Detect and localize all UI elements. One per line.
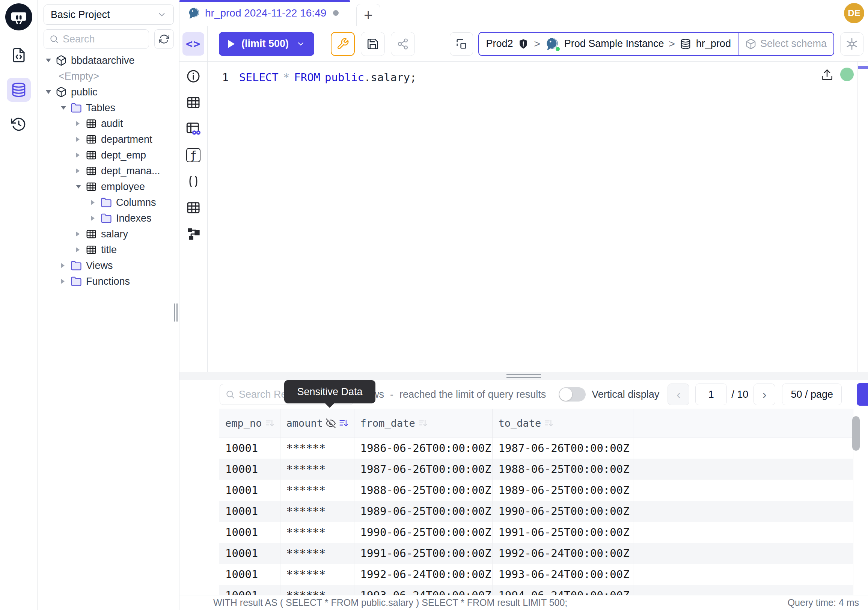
- cell-amount-masked[interactable]: ******: [280, 501, 354, 522]
- cell-amount-masked[interactable]: ******: [280, 480, 354, 501]
- cell-from-date[interactable]: 1990-06-25T00:00:00Z: [354, 522, 492, 543]
- project-select[interactable]: Basic Project: [43, 5, 174, 25]
- table-row[interactable]: 10001 ****** 1991-06-25T00:00:00Z 1992-0…: [219, 543, 853, 564]
- table-panel-icon[interactable]: [185, 199, 202, 216]
- masked-table-icon[interactable]: [185, 120, 202, 138]
- rail-history-button[interactable]: [7, 112, 31, 137]
- table-row[interactable]: 10001 ****** 1987-06-26T00:00:00Z 1988-0…: [219, 459, 853, 480]
- cell-from-date[interactable]: 1988-06-25T00:00:00Z: [354, 480, 492, 501]
- panel-resize-handle[interactable]: [180, 372, 868, 380]
- cell-emp-no[interactable]: 10001: [219, 522, 280, 543]
- table-row[interactable]: 10001 ****** 1989-06-25T00:00:00Z 1990-0…: [219, 501, 853, 522]
- tree-item[interactable]: <Empty>: [37, 68, 179, 84]
- cell-from-date[interactable]: 1992-06-24T00:00:00Z: [354, 564, 492, 585]
- schema-diagram-icon[interactable]: [185, 225, 202, 243]
- tree-item[interactable]: Functions: [37, 273, 179, 289]
- refresh-schema-button[interactable]: [154, 29, 174, 49]
- cell-amount-masked[interactable]: ******: [280, 459, 354, 480]
- upload-icon[interactable]: [821, 68, 834, 81]
- vertical-display-toggle[interactable]: [559, 387, 586, 402]
- next-page-button[interactable]: ›: [753, 383, 775, 405]
- new-tab-button[interactable]: +: [356, 4, 380, 26]
- share-button[interactable]: [391, 32, 415, 56]
- page-size-select[interactable]: 50 / page: [782, 383, 842, 405]
- cell-to-date[interactable]: 1991-06-25T00:00:00Z: [492, 522, 633, 543]
- cell-from-date[interactable]: 1986-06-26T00:00:00Z: [354, 438, 492, 459]
- sidebar-resize-handle[interactable]: [174, 304, 179, 321]
- connection-context[interactable]: Prod2 > Prod Sample Instance > hr_prod: [479, 33, 738, 55]
- cell-amount-masked[interactable]: ******: [280, 522, 354, 543]
- tree-item[interactable]: title: [37, 242, 179, 258]
- cell-from-date[interactable]: 1993-06-24T00:00:00Z: [354, 585, 492, 595]
- worksheet-tab[interactable]: hr_prod 2024-11-22 16:49: [180, 0, 350, 26]
- table-row[interactable]: 10001 ****** 1990-06-25T00:00:00Z 1991-0…: [219, 522, 853, 543]
- cell-from-date[interactable]: 1989-06-25T00:00:00Z: [354, 501, 492, 522]
- parentheses-icon[interactable]: [185, 173, 202, 190]
- column-header-to-date[interactable]: to_date: [492, 409, 633, 438]
- cell-to-date[interactable]: 1987-06-26T00:00:00Z: [492, 438, 633, 459]
- schema-select[interactable]: Select schema: [738, 33, 834, 55]
- cell-to-date[interactable]: 1993-06-24T00:00:00Z: [492, 564, 633, 585]
- results-scrollbar-thumb[interactable]: [852, 416, 860, 451]
- ai-assistant-button[interactable]: [840, 32, 863, 56]
- cell-amount-masked[interactable]: ******: [280, 564, 354, 585]
- layout-button[interactable]: [450, 32, 473, 56]
- table-row[interactable]: 10001 ****** 1988-06-25T00:00:00Z 1989-0…: [219, 480, 853, 501]
- tree-item[interactable]: Views: [37, 258, 179, 273]
- column-header-amount[interactable]: amount: [280, 409, 354, 438]
- cell-to-date[interactable]: 1988-06-25T00:00:00Z: [492, 459, 633, 480]
- cell-emp-no[interactable]: 10001: [219, 585, 280, 595]
- cell-amount-masked[interactable]: ******: [280, 438, 354, 459]
- sort-icon[interactable]: [418, 418, 428, 428]
- cell-emp-no[interactable]: 10001: [219, 501, 280, 522]
- cell-emp-no[interactable]: 10001: [219, 543, 280, 564]
- cell-amount-masked[interactable]: ******: [280, 585, 354, 595]
- cell-to-date[interactable]: 1989-06-25T00:00:00Z: [492, 480, 633, 501]
- code-panel-toggle[interactable]: <>: [183, 32, 204, 56]
- sort-icon[interactable]: [265, 418, 275, 428]
- tree-item[interactable]: department: [37, 132, 179, 147]
- cell-emp-no[interactable]: 10001: [219, 480, 280, 501]
- eye-off-icon[interactable]: [326, 418, 336, 428]
- save-sheet-button[interactable]: [361, 32, 385, 56]
- sidebar-search-input[interactable]: [63, 33, 143, 45]
- tree-item[interactable]: employee: [37, 179, 179, 194]
- editor-scrollbar[interactable]: [857, 62, 868, 372]
- tree-item[interactable]: dept_mana...: [37, 163, 179, 179]
- current-page-input[interactable]: 1: [695, 383, 727, 405]
- column-header-emp-no[interactable]: emp_no: [219, 409, 280, 438]
- rail-worksheet-button[interactable]: [7, 43, 31, 67]
- cell-emp-no[interactable]: 10001: [219, 459, 280, 480]
- tree-item[interactable]: public: [37, 84, 179, 100]
- table-row[interactable]: 10001 ****** 1993-06-24T00:00:00Z 1994-0…: [219, 585, 853, 595]
- tree-item[interactable]: Indexes: [37, 210, 179, 226]
- function-icon[interactable]: ƒ: [185, 146, 202, 164]
- tree-item[interactable]: Tables: [37, 100, 179, 116]
- sql-editor[interactable]: 1 SELECT * FROM public . salary;: [208, 62, 868, 372]
- info-icon[interactable]: [185, 68, 202, 85]
- table-row[interactable]: 10001 ****** 1986-06-26T00:00:00Z 1987-0…: [219, 438, 853, 459]
- table-panel-icon[interactable]: [185, 94, 202, 111]
- run-query-button[interactable]: (limit 500): [219, 32, 314, 56]
- tree-item[interactable]: bbdataarchive: [37, 53, 179, 68]
- cell-to-date[interactable]: 1990-06-25T00:00:00Z: [492, 501, 633, 522]
- cell-emp-no[interactable]: 10001: [219, 438, 280, 459]
- bytebase-logo[interactable]: [5, 3, 32, 30]
- cell-from-date[interactable]: 1987-06-26T00:00:00Z: [354, 459, 492, 480]
- cell-to-date[interactable]: 1992-06-24T00:00:00Z: [492, 543, 633, 564]
- tree-item[interactable]: dept_emp: [37, 147, 179, 163]
- rail-database-button[interactable]: [7, 78, 31, 102]
- cell-to-date[interactable]: 1994-06-24T00:00:00Z: [492, 585, 633, 595]
- column-header-from-date[interactable]: from_date: [354, 409, 492, 438]
- prev-page-button[interactable]: ‹: [668, 383, 689, 405]
- sort-icon[interactable]: [544, 418, 554, 428]
- export-button[interactable]: [857, 383, 868, 406]
- avatar[interactable]: DE: [844, 3, 864, 23]
- format-sql-button[interactable]: [331, 32, 355, 56]
- sort-icon[interactable]: [339, 418, 349, 428]
- cell-from-date[interactable]: 1991-06-25T00:00:00Z: [354, 543, 492, 564]
- sidebar-search[interactable]: [43, 29, 149, 49]
- table-row[interactable]: 10001 ****** 1992-06-24T00:00:00Z 1993-0…: [219, 564, 853, 585]
- tree-item[interactable]: Columns: [37, 194, 179, 210]
- tree-item[interactable]: audit: [37, 116, 179, 132]
